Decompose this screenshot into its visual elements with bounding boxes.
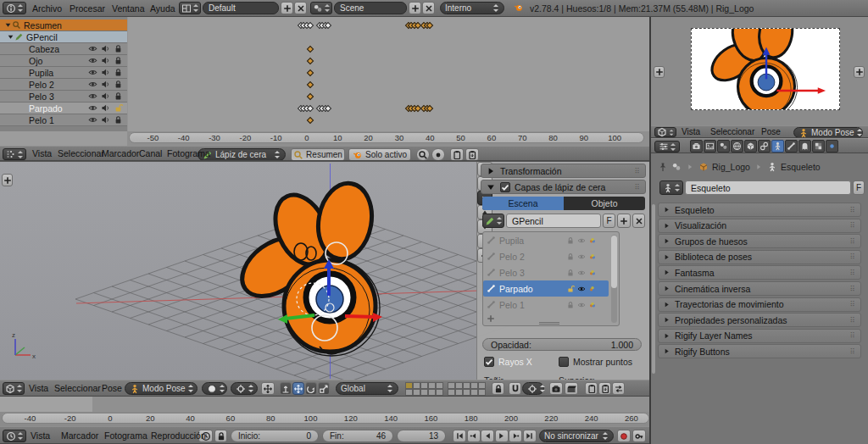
add-screen-layout-button[interactable] (281, 2, 293, 14)
region-expand-tab[interactable] (854, 66, 865, 78)
render-opengl-button[interactable] (549, 382, 563, 395)
layer-onion-icon[interactable] (588, 253, 597, 261)
solo-active-toggle-button[interactable]: Solo activo (348, 148, 411, 161)
layer-toggle[interactable] (436, 389, 443, 396)
pose-paste-flipped-button[interactable] (612, 382, 625, 395)
keyframe-diamond[interactable] (306, 93, 313, 100)
sync-mode-select[interactable]: No sincronizar (539, 430, 614, 442)
menu-vista[interactable]: Vista (682, 126, 700, 137)
delete-screen-layout-button[interactable] (294, 2, 307, 14)
channel-row-gpencil[interactable]: GPencil (0, 31, 127, 43)
dope-sheet-key-area[interactable]: 13 (127, 17, 649, 131)
layer-toggle[interactable] (405, 382, 413, 389)
summary-toggle-button[interactable]: Resumen (291, 148, 345, 161)
editor-type-properties-button[interactable] (654, 141, 680, 153)
orientation-select[interactable]: Global (336, 382, 398, 395)
layer-toggle[interactable] (413, 389, 420, 396)
gpencil-datablock-browse[interactable] (482, 214, 504, 228)
panel-cinem-tica-inversa[interactable]: Cinemática inversa⠿ (658, 281, 861, 296)
keyframe-diamond[interactable] (306, 58, 313, 64)
armature-datablock-browse[interactable] (659, 180, 683, 195)
panel-rigify-buttons[interactable]: Rigify Buttons⠿ (658, 344, 861, 358)
menu-fotograma[interactable]: Fotograma (167, 147, 210, 160)
layer-lock-icon[interactable] (566, 253, 575, 261)
menu-pose[interactable]: Pose (761, 126, 781, 137)
channel-row-pupila[interactable]: Pupila (0, 67, 127, 79)
editor-type-info-button[interactable] (3, 2, 26, 14)
render-anim-button[interactable] (565, 382, 578, 395)
menu-marcador[interactable]: Marcador (61, 427, 98, 443)
previous-keyframe-button[interactable] (467, 430, 481, 442)
layer-lock-icon[interactable] (566, 285, 575, 293)
panel-grip[interactable]: ⠿ (634, 167, 641, 175)
record-button[interactable] (617, 430, 631, 442)
panel-propiedades-personalizadas[interactable]: Propiedades personalizadas⠿ (658, 313, 861, 327)
gp-layer-row-pupila[interactable]: Pupila (483, 232, 609, 248)
scene-browse-button[interactable] (310, 2, 332, 14)
armature-name-field[interactable]: Esqueleto (685, 180, 851, 195)
lock-toggle-icon[interactable] (114, 115, 123, 125)
region-expand-tab[interactable] (2, 174, 13, 186)
layer-onion-icon[interactable] (588, 285, 597, 293)
add-inline-icon[interactable] (486, 314, 496, 324)
breadcrumb-object[interactable]: Rig_Logo (712, 162, 750, 172)
show-points-checkbox[interactable] (559, 357, 569, 367)
next-keyframe-button[interactable] (509, 430, 522, 442)
tab-scene[interactable] (717, 140, 730, 153)
keyframe-diamond[interactable] (306, 81, 313, 88)
gpencil-character[interactable] (705, 29, 826, 110)
mute-toggle-icon[interactable] (101, 80, 110, 89)
paste-keyframes-button[interactable] (465, 148, 479, 161)
menu-vista[interactable]: Vista (32, 147, 52, 160)
panel-fantasma[interactable]: Fantasma⠿ (658, 265, 861, 280)
tab-render-layers[interactable] (704, 140, 716, 153)
lock-toggle-icon[interactable] (114, 68, 123, 77)
layer-lock-icon[interactable] (566, 301, 575, 309)
keyframe-diamond[interactable] (306, 117, 313, 124)
play-reverse-button[interactable] (481, 430, 494, 442)
panel-gp-layers[interactable]: Capas de lápiz de cera ⠿ (481, 180, 646, 194)
visibility-toggle-icon[interactable] (88, 92, 97, 101)
tab-object[interactable] (744, 140, 757, 153)
visibility-toggle-icon[interactable] (88, 115, 97, 125)
mute-toggle-icon[interactable] (101, 115, 110, 125)
editor-type-timeline-button[interactable] (3, 430, 26, 442)
gp-layer-row-parpado[interactable]: Parpado (483, 280, 609, 297)
expand-icon[interactable] (4, 21, 12, 29)
pose-paste-button[interactable] (598, 382, 611, 395)
lock-range-button[interactable] (214, 430, 227, 442)
opacity-slider[interactable]: Opacidad: 1.000 (482, 338, 642, 351)
layer-toggle[interactable] (478, 382, 486, 389)
editor-type-3dview-button[interactable] (3, 382, 25, 395)
manip-scale-button[interactable] (318, 382, 330, 395)
render-engine-select[interactable]: Interno (440, 2, 504, 14)
menu-fotograma[interactable]: Fotograma (104, 427, 147, 443)
gpencil-character[interactable] (231, 179, 382, 356)
layer-toggle[interactable] (448, 382, 455, 389)
layer-lock-icon[interactable] (566, 236, 575, 245)
channel-row-cabeza[interactable]: Cabeza (0, 43, 127, 55)
visibility-toggle-icon[interactable] (88, 56, 97, 65)
channel-row-pelo-3[interactable]: Pelo 3 (0, 91, 127, 103)
tab-escena[interactable]: Escena (482, 197, 564, 210)
channel-row-resumen[interactable]: Resumen (0, 19, 127, 31)
menu-vista[interactable]: Vista (31, 427, 50, 443)
list-scrollbar[interactable] (611, 235, 617, 323)
visibility-toggle-icon[interactable] (88, 80, 97, 89)
lock-toggle-icon[interactable] (114, 92, 123, 101)
xray-checkbox[interactable] (484, 357, 494, 367)
tab-render[interactable] (690, 140, 703, 153)
jump-to-end-button[interactable] (523, 430, 537, 442)
panel-grip[interactable]: ⠿ (849, 285, 856, 293)
add-datablock-button[interactable] (617, 214, 631, 228)
visibility-toggle-icon[interactable] (88, 68, 97, 77)
layer-visibility-icon[interactable] (577, 236, 586, 245)
gpencil-name-field[interactable]: GPencil (506, 214, 601, 228)
start-frame-field[interactable]: Inicio: 0 (231, 430, 319, 442)
panel-transform[interactable]: Transformación ⠿ (481, 164, 646, 178)
editor-type-3dview-button[interactable] (654, 127, 676, 137)
layer-visibility-icon[interactable] (577, 285, 586, 293)
menu-canal[interactable]: Canal (139, 147, 162, 160)
channel-row-pelo-2[interactable]: Pelo 2 (0, 79, 127, 91)
gp-layers-checkbox[interactable] (500, 182, 510, 192)
